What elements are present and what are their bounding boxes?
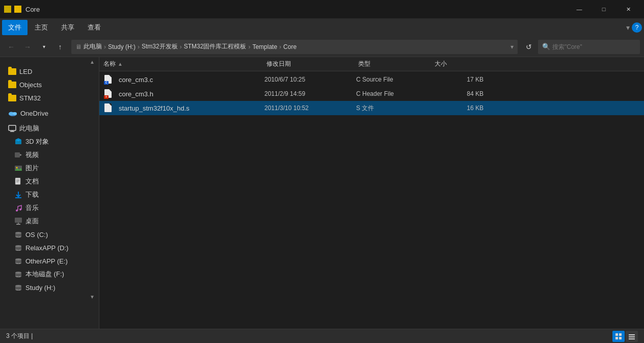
video-icon	[14, 151, 22, 159]
menu-chevron-down-icon[interactable]: ▾	[626, 23, 630, 32]
breadcrumb-root-icon: 🖥	[75, 43, 82, 50]
pictures-icon	[14, 164, 22, 172]
file-size: 84 KB	[433, 90, 484, 97]
refresh-button[interactable]: ↺	[522, 40, 536, 54]
breadcrumb-pc[interactable]: 此电脑	[84, 42, 102, 51]
col-header-type[interactable]: 类型	[358, 60, 435, 68]
title-bar-controls: — □ ✕	[568, 0, 640, 18]
minimize-button[interactable]: —	[568, 0, 591, 18]
menu-bar: 文件 主页 共享 查看 ▾ ?	[0, 18, 644, 37]
up-button[interactable]: ↑	[53, 40, 67, 54]
main-area: ▲ LED Objects STM32 OneDrive	[0, 57, 644, 329]
sidebar-item-led[interactable]: LED	[0, 65, 99, 78]
drive-icon	[14, 244, 22, 252]
menu-share[interactable]: 共享	[55, 20, 81, 35]
col-header-name[interactable]: 名称 ▲	[103, 60, 266, 68]
sidebar-item-downloads[interactable]: 下载	[0, 188, 99, 201]
close-button[interactable]: ✕	[616, 0, 640, 18]
downloads-icon	[14, 191, 22, 199]
help-icon[interactable]: ?	[632, 22, 642, 33]
menu-view[interactable]: 查看	[82, 20, 107, 35]
svg-rect-44	[615, 333, 618, 336]
content-area: 名称 ▲ 修改日期 类型 大小	[99, 57, 644, 329]
sidebar-item-relaxapp[interactable]: RelaxAPP (D:)	[0, 241, 99, 254]
window-title: Core	[25, 6, 40, 13]
view-toggle	[612, 331, 638, 342]
table-row[interactable]: startup_stm32f10x_hd.s 2011/3/10 10:52 S…	[99, 101, 644, 115]
breadcrumb-core[interactable]: Core	[283, 43, 297, 50]
sidebar-item-osdrive[interactable]: OS (C:)	[0, 228, 99, 241]
sidebar-label: 视频	[25, 150, 39, 160]
file-size: 16 KB	[433, 104, 484, 112]
app-icon	[4, 6, 21, 13]
sidebar-item-video[interactable]: 视频	[0, 148, 99, 162]
breadcrumb-template[interactable]: Template	[252, 43, 277, 50]
icon-part1	[4, 6, 11, 13]
breadcrumb-stm32[interactable]: Stm32开发板	[142, 42, 178, 51]
breadcrumb-study[interactable]: Study (H:)	[108, 43, 136, 50]
svg-rect-21	[15, 218, 22, 223]
s-file-icon	[104, 103, 113, 113]
breadcrumb-dropdown-icon[interactable]: ▾	[511, 43, 514, 50]
svg-point-26	[15, 232, 21, 234]
sidebar-item-otherapp[interactable]: OtherAPP (E:)	[0, 254, 99, 268]
title-bar-left: Core	[4, 6, 40, 13]
file-type: S 文件	[356, 104, 433, 113]
sidebar-label: OS (C:)	[25, 231, 48, 239]
sidebar-item-desktop[interactable]: 桌面	[0, 215, 99, 228]
file-type: C Header File	[356, 90, 433, 97]
drive-icon	[14, 283, 22, 292]
sidebar-item-stm32[interactable]: STM32	[0, 91, 99, 104]
col-header-date[interactable]: 修改日期	[266, 60, 358, 68]
search-input[interactable]	[552, 43, 629, 50]
list-view-button[interactable]	[626, 331, 638, 342]
sidebar-item-music[interactable]: 音乐	[0, 201, 99, 215]
col-header-size[interactable]: 大小	[435, 60, 486, 68]
table-row[interactable]: H core_cm3.h 2011/2/9 14:59 C Header Fil…	[99, 87, 644, 101]
sidebar-item-pictures[interactable]: 图片	[0, 162, 99, 175]
file-name: core_cm3.h	[119, 90, 153, 98]
nav-bar: ← → ▾ ↑ 🖥 此电脑 › Study (H:) › Stm32开发板 › …	[0, 37, 644, 57]
sidebar-label: 文档	[25, 177, 39, 186]
music-icon	[14, 204, 22, 212]
sidebar-item-thispc[interactable]: 此电脑	[0, 122, 99, 135]
maximize-button[interactable]: □	[592, 0, 615, 18]
menu-home[interactable]: 主页	[29, 20, 54, 35]
file-name: startup_stm32f10x_hd.s	[119, 104, 190, 112]
svg-point-38	[15, 272, 21, 274]
scroll-up-arrow[interactable]: ▲	[0, 59, 99, 65]
svg-rect-47	[619, 337, 622, 339]
file-type: C Source File	[356, 76, 433, 83]
back-button[interactable]: ←	[4, 40, 18, 54]
file-date: 2011/3/10 10:52	[264, 104, 356, 112]
svg-rect-45	[619, 333, 622, 336]
drive-icon	[14, 257, 22, 265]
search-bar: 🔍	[538, 40, 640, 54]
desktop-icon	[14, 217, 22, 225]
sidebar-label: STM32	[19, 94, 41, 102]
sidebar-item-docs[interactable]: 文档	[0, 175, 99, 188]
sidebar-item-objects[interactable]: Objects	[0, 78, 99, 91]
status-bar: 3 个项目 |	[0, 329, 644, 343]
sidebar-item-3d[interactable]: 3D 对象	[0, 135, 99, 148]
forward-button[interactable]: →	[20, 40, 35, 54]
sidebar: ▲ LED Objects STM32 OneDrive	[0, 57, 99, 329]
file-size: 17 KB	[433, 76, 484, 83]
docs-icon	[14, 177, 22, 186]
grid-icon	[615, 333, 622, 339]
sidebar-item-localdisk[interactable]: 本地磁盘 (F:)	[0, 268, 99, 281]
svg-point-35	[18, 262, 19, 263]
svg-point-2	[13, 112, 17, 115]
table-row[interactable]: C core_cm3.c 2010/6/7 10:25 C Source Fil…	[99, 72, 644, 87]
sidebar-item-studydrive[interactable]: Study (H:)	[0, 281, 99, 294]
grid-view-button[interactable]	[612, 331, 625, 342]
breadcrumb-firmware[interactable]: STM32固件库工程模板	[184, 42, 247, 51]
recent-button[interactable]: ▾	[37, 40, 51, 54]
scroll-down-arrow[interactable]: ▼	[0, 294, 99, 300]
sidebar-item-onedrive[interactable]: OneDrive	[0, 107, 99, 120]
menu-file[interactable]: 文件	[2, 20, 28, 35]
sidebar-label: Objects	[19, 81, 42, 89]
drive-icon	[14, 230, 22, 239]
svg-rect-22	[16, 224, 20, 225]
svg-rect-46	[615, 337, 618, 339]
